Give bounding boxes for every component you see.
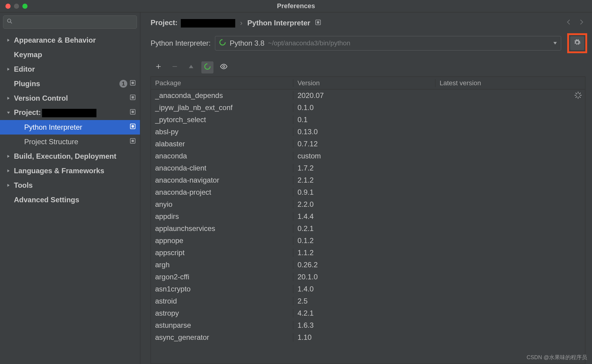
- cell-package: argon2-cffi: [151, 273, 293, 281]
- interpreter-picker-row: Python Interpreter: Python 3.8 ~/opt/ana…: [151, 34, 585, 53]
- sidebar-item-project[interactable]: Project:: [0, 106, 140, 120]
- table-header: Package Version Latest version: [151, 77, 585, 89]
- cell-package: alabaster: [151, 140, 293, 148]
- gear-highlight: [567, 33, 587, 53]
- chevron-right-icon: [6, 67, 11, 71]
- redacted-project-name: [42, 109, 96, 117]
- show-early-releases-button[interactable]: [218, 61, 230, 73]
- interpreter-combobox[interactable]: Python 3.8 ~/opt/anaconda3/bin/python: [215, 36, 561, 50]
- svg-rect-3: [132, 82, 134, 84]
- cell-version: 0.2.1: [293, 224, 435, 233]
- cell-package: asn1crypto: [151, 285, 293, 293]
- svg-point-14: [220, 40, 225, 45]
- table-row[interactable]: alabaster0.7.12: [151, 138, 585, 150]
- table-row[interactable]: anyio2.2.0: [151, 198, 585, 210]
- table-row[interactable]: astropy4.2.1: [151, 307, 585, 319]
- interpreter-settings-button[interactable]: [570, 36, 584, 50]
- table-row[interactable]: async_generator1.10: [151, 331, 585, 343]
- svg-rect-13: [317, 21, 319, 24]
- cell-package: absl-py: [151, 128, 293, 136]
- svg-line-24: [576, 93, 577, 94]
- sidebar-item-editor[interactable]: Editor: [0, 62, 140, 76]
- cell-version: 20.1.0: [293, 273, 435, 281]
- table-row[interactable]: applaunchservices0.2.1: [151, 223, 585, 235]
- sidebar-item-appearance-behavior[interactable]: Appearance & Behavior: [0, 33, 140, 47]
- eye-icon: [220, 63, 228, 72]
- main-panel: Project: › Python Interpreter Python Int…: [140, 12, 592, 364]
- titlebar: Preferences: [0, 0, 592, 12]
- table-row[interactable]: _pytorch_select0.1: [151, 114, 585, 126]
- table-row[interactable]: appdirs1.4.4: [151, 210, 585, 223]
- cell-package: _pytorch_select: [151, 115, 293, 124]
- chevron-right-icon: [6, 154, 11, 158]
- svg-rect-7: [132, 111, 134, 113]
- upgrade-package-button[interactable]: [185, 61, 197, 73]
- sidebar-item-tools[interactable]: Tools: [0, 178, 140, 193]
- settings-group-icon: [130, 94, 136, 102]
- cell-version: 2020.07: [293, 91, 435, 100]
- cell-version: custom: [293, 152, 435, 160]
- table-row[interactable]: argh0.26.2: [151, 259, 585, 271]
- add-package-button[interactable]: [152, 61, 164, 73]
- interpreter-label: Python Interpreter:: [151, 39, 211, 47]
- cell-package: async_generator: [151, 333, 293, 342]
- breadcrumb-separator: ›: [240, 19, 242, 27]
- cell-version: 0.26.2: [293, 261, 435, 269]
- use-conda-button[interactable]: [201, 61, 213, 73]
- search-input-wrapper[interactable]: [3, 15, 137, 29]
- svg-rect-11: [132, 140, 134, 142]
- cell-version: 1.10: [293, 333, 435, 342]
- sidebar-item-plugins[interactable]: Plugins 1: [0, 76, 140, 91]
- settings-group-icon: [130, 138, 136, 146]
- chevron-right-icon: [6, 169, 11, 173]
- header-latest[interactable]: Latest version: [435, 79, 585, 87]
- svg-point-18: [205, 64, 210, 69]
- table-row[interactable]: argon2-cffi20.1.0: [151, 271, 585, 283]
- sidebar-item-advanced-settings[interactable]: Advanced Settings: [0, 193, 140, 207]
- sidebar-item-keymap[interactable]: Keymap: [0, 47, 140, 62]
- dialog-body: Appearance & Behavior Keymap Editor Plug…: [0, 12, 592, 364]
- sidebar-item-project-structure[interactable]: Project Structure: [0, 135, 140, 149]
- interpreter-name: Python 3.8: [230, 39, 265, 47]
- watermark: CSDN @水果味的程序员: [527, 354, 587, 361]
- cell-version: 0.1.2: [293, 236, 435, 245]
- packages-table: Package Version Latest version _anaconda…: [151, 76, 585, 364]
- cell-package: argh: [151, 261, 293, 269]
- svg-rect-5: [132, 96, 134, 99]
- table-row[interactable]: astroid2.5: [151, 295, 585, 307]
- table-row[interactable]: _anaconda_depends2020.07: [151, 89, 585, 102]
- breadcrumb-project: Project:: [151, 18, 235, 28]
- chevron-right-icon: [6, 38, 11, 42]
- cell-version: 0.1: [293, 115, 435, 124]
- sidebar-item-version-control[interactable]: Version Control: [0, 91, 140, 106]
- sidebar-item-build-execution-deployment[interactable]: Build, Execution, Deployment: [0, 149, 140, 164]
- sidebar-item-languages-frameworks[interactable]: Languages & Frameworks: [0, 164, 140, 178]
- table-body[interactable]: _anaconda_depends2020.07_ipyw_jlab_nb_ex…: [151, 89, 585, 364]
- search-input[interactable]: [15, 19, 134, 26]
- table-row[interactable]: appscript1.1.2: [151, 247, 585, 259]
- forward-button[interactable]: [577, 18, 585, 28]
- table-row[interactable]: anaconda-project0.9.1: [151, 186, 585, 198]
- table-row[interactable]: absl-py0.13.0: [151, 126, 585, 138]
- search-icon: [6, 18, 13, 26]
- chevron-down-icon: [6, 111, 11, 115]
- package-toolbar: [151, 60, 585, 75]
- back-button[interactable]: [565, 18, 573, 28]
- remove-package-button[interactable]: [169, 61, 181, 73]
- table-row[interactable]: _ipyw_jlab_nb_ext_conf0.1.0: [151, 102, 585, 114]
- header-package[interactable]: Package: [151, 79, 293, 87]
- dropdown-icon: [553, 39, 557, 47]
- svg-line-25: [579, 96, 580, 97]
- svg-line-26: [576, 96, 577, 97]
- table-row[interactable]: appnope0.1.2: [151, 235, 585, 247]
- table-row[interactable]: anaconda-navigator2.1.2: [151, 174, 585, 186]
- header-version[interactable]: Version: [293, 79, 435, 87]
- svg-point-19: [223, 66, 225, 68]
- sidebar-item-python-interpreter[interactable]: Python Interpreter: [0, 120, 140, 135]
- table-row[interactable]: anacondacustom: [151, 150, 585, 162]
- table-row[interactable]: astunparse1.6.3: [151, 319, 585, 331]
- table-row[interactable]: asn1crypto1.4.0: [151, 283, 585, 295]
- cell-package: appdirs: [151, 212, 293, 221]
- window-title: Preferences: [0, 2, 592, 10]
- table-row[interactable]: anaconda-client1.7.2: [151, 162, 585, 174]
